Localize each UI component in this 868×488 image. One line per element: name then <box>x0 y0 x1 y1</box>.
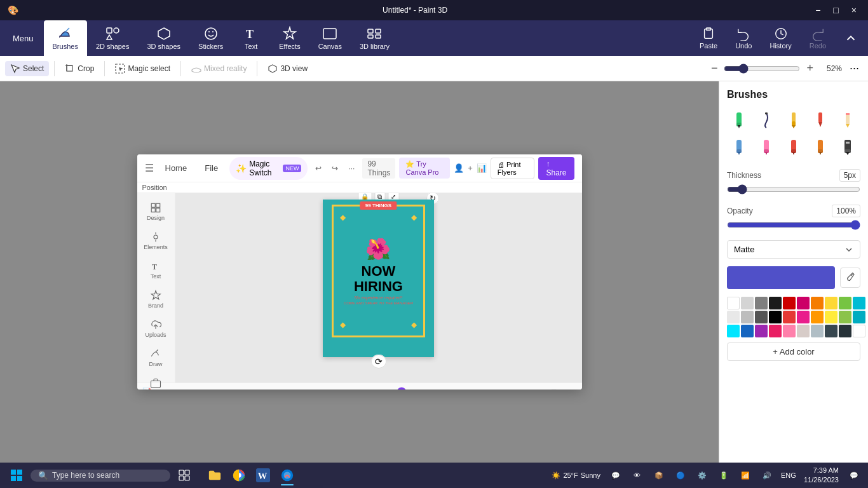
canva-canvas[interactable]: 🔒 ⧉ ⤢ ↻ 99 THINGS <box>175 193 582 383</box>
tray-lang[interactable]: ENG <box>780 466 797 484</box>
paste-button[interactable]: Paste <box>692 24 725 52</box>
tray-battery-icon[interactable]: 🔋 <box>715 466 733 484</box>
color-cell[interactable] <box>769 311 782 323</box>
add-color-button[interactable]: + Add color <box>727 342 860 361</box>
close-button[interactable]: × <box>848 4 860 17</box>
color-cell[interactable] <box>839 311 851 323</box>
brush-calligraphy[interactable] <box>754 108 778 132</box>
canva-undo-button[interactable]: ↩ <box>313 164 324 173</box>
canva-help-button[interactable]: ? <box>573 388 576 390</box>
color-cell[interactable] <box>755 297 768 309</box>
canva-sidebar-uploads[interactable]: Uploads <box>139 315 172 342</box>
color-cell[interactable] <box>825 297 837 309</box>
canva-share-button[interactable]: ↑ Share <box>538 157 574 180</box>
brush-pixel[interactable] <box>836 135 860 159</box>
tab-3dshapes[interactable]: 3D shapes <box>138 20 189 56</box>
canva-avatar-icon[interactable]: 👤 <box>454 163 464 173</box>
color-cell[interactable] <box>727 311 740 323</box>
color-cell[interactable] <box>783 325 796 337</box>
color-cell[interactable] <box>853 297 865 309</box>
color-cell[interactable] <box>825 325 837 337</box>
brush-marker[interactable] <box>727 108 751 132</box>
maximize-button[interactable]: □ <box>829 4 842 17</box>
crop-button[interactable]: Crop <box>60 61 99 76</box>
color-cell[interactable] <box>741 325 754 337</box>
color-cell[interactable] <box>755 325 768 337</box>
taskbar-search[interactable]: 🔍 Type here to search <box>31 470 170 482</box>
zoom-plus-button[interactable]: + <box>804 62 816 75</box>
eyedropper-button[interactable] <box>840 268 860 288</box>
menu-tab[interactable]: Menu <box>3 20 44 56</box>
color-cell[interactable] <box>811 297 824 309</box>
color-cell[interactable] <box>797 297 810 309</box>
canva-notes-icon[interactable]: 📝 <box>142 388 151 390</box>
canva-sidebar-design[interactable]: Design <box>139 198 172 225</box>
brush-watercolor[interactable] <box>808 108 832 132</box>
tab-brushes[interactable]: Brushes <box>44 20 87 56</box>
start-button[interactable] <box>5 464 28 487</box>
color-cell[interactable] <box>769 297 782 309</box>
mixed-reality-button[interactable]: Mixed reality <box>186 61 252 76</box>
brush-pencil[interactable] <box>836 108 860 132</box>
taskbar-fileexplorer[interactable] <box>203 464 226 487</box>
canva-menu-icon[interactable]: ☰ <box>145 162 154 174</box>
tab-3dlibrary[interactable]: 3D library <box>351 20 398 56</box>
canva-sidebar-elements[interactable]: Elements <box>139 227 172 254</box>
brush-airbrush[interactable] <box>808 135 832 159</box>
color-cell[interactable] <box>727 325 740 337</box>
canva-redo-button[interactable]: ↪ <box>329 164 341 173</box>
tab-canvas[interactable]: Canvas <box>309 20 351 56</box>
canva-sidebar-brand[interactable]: Brand <box>139 286 172 313</box>
color-cell[interactable] <box>797 311 810 323</box>
matte-dropdown[interactable]: Matte <box>727 240 860 259</box>
color-cell[interactable] <box>783 297 796 309</box>
3d-view-button[interactable]: 3D view <box>262 61 313 76</box>
tab-effects[interactable]: Effects <box>270 20 309 56</box>
color-cell[interactable] <box>839 325 851 337</box>
tab-2dshapes[interactable]: 2D shapes <box>87 20 139 56</box>
zoom-slider[interactable] <box>724 64 800 74</box>
zoom-minus-button[interactable]: − <box>709 62 721 75</box>
history-button[interactable]: History <box>762 24 799 52</box>
taskbar-weather[interactable]: ☀️ 25°F Sunny <box>549 471 603 480</box>
taskbar-clock[interactable]: 7:39 AM 11/26/2023 <box>801 466 841 485</box>
color-cell[interactable] <box>769 325 782 337</box>
canva-notes-label[interactable]: Notes <box>156 388 175 390</box>
canva-file-tab[interactable]: File <box>198 161 224 175</box>
color-cell[interactable] <box>853 311 865 323</box>
tray-network-icon[interactable]: 📶 <box>736 466 754 484</box>
taskbar-paint3d[interactable] <box>276 464 299 487</box>
canva-sidebar-text[interactable]: T Text <box>139 257 172 283</box>
canva-document[interactable]: 99 THINGS ◆ ◆ ◆ ◆ 🌺 NOWHIRING <box>323 200 434 357</box>
tray-box-icon[interactable]: 📦 <box>650 466 668 484</box>
select-button[interactable]: Select <box>5 61 49 76</box>
color-cell[interactable] <box>783 311 796 323</box>
minimize-button[interactable]: − <box>811 4 824 17</box>
ribbon-collapse-button[interactable] <box>836 29 865 48</box>
color-cell[interactable] <box>741 297 754 309</box>
tab-text[interactable]: T Text <box>232 20 270 56</box>
color-cell[interactable] <box>811 311 824 323</box>
canva-magic-switch[interactable]: ✨ Magic Switch NEW <box>229 157 308 180</box>
undo-button[interactable]: Undo <box>728 24 759 52</box>
canva-sidebar-draw[interactable]: Draw <box>139 344 172 371</box>
color-cell[interactable] <box>811 325 824 337</box>
color-cell[interactable] <box>755 311 768 323</box>
color-cell[interactable] <box>825 311 837 323</box>
canva-try-pro-button[interactable]: ⭐ Try Canva Pro <box>399 158 450 179</box>
canva-fullscreen-button[interactable]: ⤢ <box>562 388 567 390</box>
redo-button[interactable]: Redo <box>802 24 834 52</box>
tray-apps-icon[interactable]: ⚙️ <box>693 466 711 484</box>
canva-grid-view-button[interactable]: ⊞ <box>551 388 557 390</box>
tray-volume-icon[interactable]: 🔊 <box>758 466 776 484</box>
notification-icon[interactable]: 💬 <box>845 466 863 484</box>
canva-collab-button[interactable]: + <box>468 163 473 173</box>
brush-fill[interactable] <box>754 135 778 159</box>
canva-zoom-slider[interactable] <box>390 387 440 390</box>
tray-bluetooth-icon[interactable]: 🔵 <box>672 466 689 484</box>
canva-home-tab[interactable]: Home <box>159 161 194 175</box>
tray-eye-icon[interactable]: 👁 <box>628 466 646 484</box>
color-cell[interactable] <box>797 325 810 337</box>
canva-rotate-handle[interactable]: ⟳ <box>371 356 386 367</box>
taskbar-word[interactable]: W <box>252 464 275 487</box>
